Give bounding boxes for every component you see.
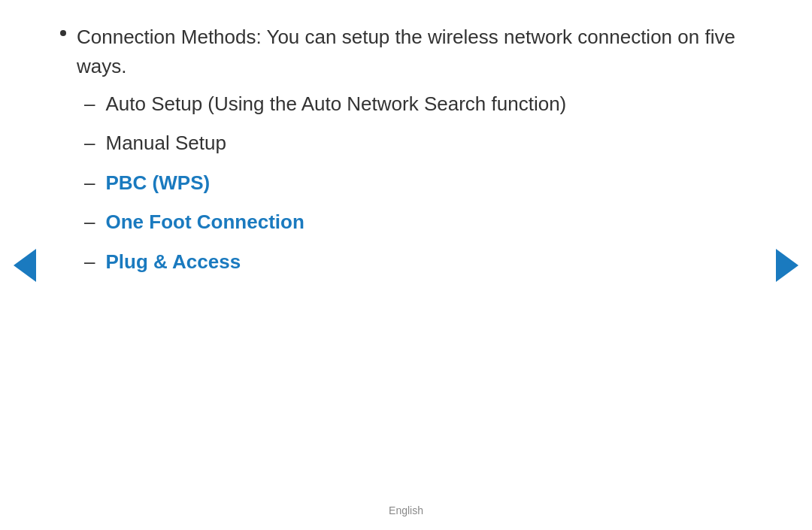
dash-4: – (84, 208, 95, 235)
sub-list: – Auto Setup (Using the Auto Network Sea… (84, 90, 752, 275)
sub-text-pbc-wps[interactable]: PBC (WPS) (105, 169, 210, 196)
nav-left-button[interactable] (14, 249, 36, 282)
bullet-list: Connection Methods: You can setup the wi… (60, 23, 752, 287)
bullet-dot (60, 30, 66, 36)
bullet-item-content: Connection Methods: You can setup the wi… (77, 23, 752, 287)
sub-text-auto-setup: Auto Setup (Using the Auto Network Searc… (105, 90, 566, 117)
sub-item-pbc-wps[interactable]: – PBC (WPS) (84, 169, 752, 196)
sub-item-plug-access[interactable]: – Plug & Access (84, 248, 752, 275)
sub-text-plug-access[interactable]: Plug & Access (105, 248, 241, 275)
content-area: Connection Methods: You can setup the wi… (60, 23, 752, 293)
footer-language: English (389, 504, 423, 516)
bullet-intro-text: Connection Methods: You can setup the wi… (77, 26, 735, 77)
sub-item-manual-setup: – Manual Setup (84, 129, 752, 156)
nav-right-button[interactable] (776, 249, 798, 282)
sub-item-one-foot[interactable]: – One Foot Connection (84, 208, 752, 235)
main-content: Connection Methods: You can setup the wi… (0, 0, 812, 530)
dash-1: – (84, 90, 95, 117)
bullet-item: Connection Methods: You can setup the wi… (60, 23, 752, 287)
dash-2: – (84, 129, 95, 156)
dash-5: – (84, 248, 95, 275)
sub-item-auto-setup: – Auto Setup (Using the Auto Network Sea… (84, 90, 752, 117)
dash-3: – (84, 169, 95, 196)
sub-text-one-foot[interactable]: One Foot Connection (105, 208, 304, 235)
sub-text-manual-setup: Manual Setup (105, 129, 226, 156)
